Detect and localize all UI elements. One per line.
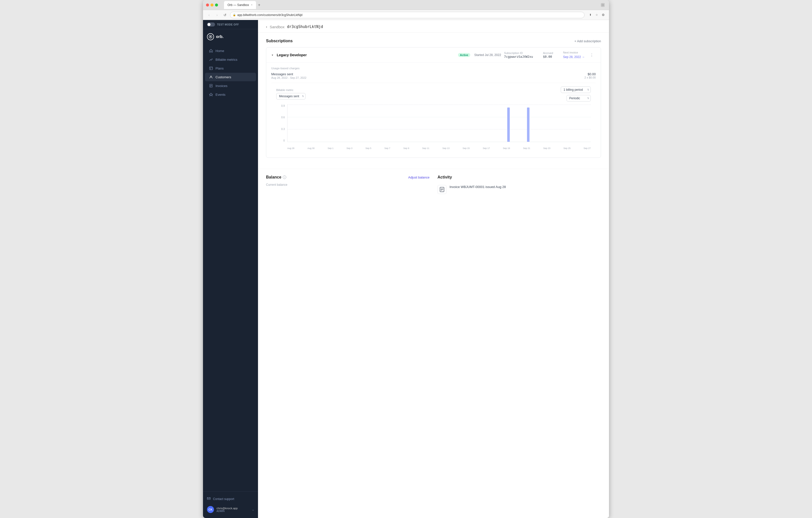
forward-button[interactable]: ›	[214, 12, 220, 18]
charge-date: Aug 28, 2022 - Sep 27, 2022	[271, 76, 307, 79]
x-axis-label: Sep 19	[503, 147, 510, 149]
subscription-id-meta: Subscription ID 7cgpwwrzSaJXW2xu	[504, 52, 533, 58]
contact-support-item[interactable]: Contact support	[205, 495, 256, 503]
chart-bar	[507, 108, 510, 142]
user-email: chris@knock.app	[216, 507, 250, 510]
minimize-traffic-light[interactable]	[210, 3, 213, 6]
add-subscription-button[interactable]: + Add subscription	[574, 39, 601, 43]
envelope-icon	[207, 497, 210, 501]
active-tab[interactable]: Orb — Sandbox ×	[224, 1, 256, 9]
back-button[interactable]: ‹	[206, 12, 212, 18]
sidebar-item-plans[interactable]: Plans	[205, 64, 256, 73]
accrued-meta: Accrued $0.00	[543, 52, 553, 58]
activity-item: Invoice WBJUMT-00001 issued Aug 28	[437, 183, 601, 196]
sidebar-item-invoices-label: Invoices	[215, 84, 228, 88]
divider	[271, 83, 596, 83]
test-mode-bar: TEST MODE OFF	[203, 20, 258, 29]
tab-close-button[interactable]: ×	[251, 3, 253, 6]
share-icon[interactable]: ⬆	[587, 12, 593, 18]
x-axis-label: Sep 17	[483, 147, 490, 149]
sidebar-item-customers[interactable]: Customers	[205, 73, 256, 81]
user-profile-row[interactable]: CK chris@knock.app ADMIN ⌄	[205, 504, 256, 515]
customers-icon	[209, 75, 213, 79]
tab-title: Orb — Sandbox	[228, 3, 249, 7]
svg-point-2	[210, 36, 211, 37]
url-bar[interactable]: 🔒 app.billwithorb.com/customers/dr3cgShu…	[230, 12, 584, 18]
period-select[interactable]: 1 billing period3 billing periods6 billi…	[561, 86, 591, 93]
view-select-wrapper: PeriodicCumulative	[567, 95, 591, 102]
chevron-down-icon: ⌄	[252, 508, 254, 511]
sidebar-item-events[interactable]: Events	[205, 90, 256, 99]
sidebar-item-invoices[interactable]: Invoices	[205, 82, 256, 90]
sidebar-item-metrics-label: Billable metrics	[215, 58, 237, 61]
metric-select-wrapper: Messages sent	[276, 93, 306, 99]
subscription-body: Usage-based charges Messages sent Aug 28…	[266, 63, 601, 157]
subscription-id-value: 7cgpwwrzSaJXW2xu	[504, 55, 533, 58]
fullscreen-traffic-light[interactable]	[215, 3, 218, 6]
user-role: ADMIN	[216, 510, 250, 513]
close-traffic-light[interactable]	[206, 3, 209, 6]
subscription-name: Legacy Developer	[277, 53, 455, 57]
accrued-label: Accrued	[543, 52, 553, 55]
subscription-meta: Subscription ID 7cgpwwrzSaJXW2xu Accrued…	[504, 51, 585, 59]
svg-rect-12	[207, 497, 210, 499]
extensions-icon[interactable]: ⚙	[601, 12, 606, 18]
metric-select[interactable]: Messages sent	[276, 93, 306, 99]
window-control[interactable]	[601, 3, 605, 7]
breadcrumb-current: dr3cgShubrLktNjd	[287, 25, 323, 29]
sidebar-item-plans-label: Plans	[215, 66, 224, 70]
sidebar-item-home[interactable]: Home	[205, 47, 256, 55]
chart-bar	[527, 108, 529, 142]
plans-icon	[209, 66, 213, 70]
x-axis-label: Sep 15	[463, 147, 470, 149]
home-icon	[209, 49, 213, 53]
avatar: CK	[207, 506, 214, 513]
accrued-value: $0.00	[543, 55, 553, 58]
new-tab-button[interactable]: +	[258, 3, 260, 7]
chart-y-axis: 0 0.3 0.6 0.9	[276, 105, 286, 142]
svg-rect-0	[602, 4, 604, 6]
subscriptions-title: Subscriptions	[266, 39, 293, 43]
view-select[interactable]: PeriodicCumulative	[567, 95, 591, 102]
chart-section: Billable metric Messages sent 1 billing …	[271, 86, 596, 153]
metrics-icon	[209, 58, 213, 61]
status-badge: Active	[458, 53, 470, 57]
balance-title-row: Balance i	[266, 175, 286, 179]
x-axis-label: Sep 9	[403, 147, 409, 149]
charge-total: $0.00	[584, 72, 596, 76]
bookmark-icon[interactable]: ☆	[594, 12, 600, 18]
sidebar: TEST MODE OFF orb. Home	[203, 20, 258, 518]
contact-support-label: Contact support	[213, 497, 234, 501]
charge-breakdown: 2 x $0.00	[584, 76, 596, 79]
chart-area	[287, 105, 591, 142]
sidebar-bottom: Contact support CK chris@knock.app ADMIN…	[203, 491, 258, 518]
grid-line-top	[288, 105, 591, 105]
y-label-2: 0.6	[276, 116, 286, 119]
sidebar-item-events-label: Events	[215, 93, 226, 96]
content-area: Subscriptions + Add subscription ▾ Legac…	[258, 33, 609, 169]
events-icon	[209, 92, 213, 96]
test-mode-toggle[interactable]	[207, 23, 215, 27]
adjust-balance-button[interactable]: Adjust balance	[408, 175, 430, 179]
sidebar-item-billable-metrics[interactable]: Billable metrics	[205, 55, 256, 64]
more-options-button[interactable]: ⋮	[588, 52, 596, 58]
browser-window: Orb — Sandbox × + ‹ › ↺ 🔒 app.billwithor…	[203, 0, 609, 518]
reload-button[interactable]: ↺	[222, 12, 228, 18]
chart-container: 0 0.3 0.6 0.9	[276, 105, 591, 149]
balance-header: Balance i Adjust balance	[266, 175, 430, 179]
collapse-button[interactable]: ▾	[271, 53, 274, 57]
toggle-knob	[207, 23, 210, 26]
svg-rect-3	[209, 67, 212, 70]
balance-info-icon[interactable]: i	[283, 175, 286, 179]
sidebar-item-home-label: Home	[215, 49, 224, 53]
next-invoice-value[interactable]: Sep 28, 2022 →	[563, 55, 585, 59]
chart-controls: Billable metric Messages sent 1 billing …	[276, 86, 591, 102]
activity-item-content: Invoice WBJUMT-00001 issued Aug 28	[450, 185, 506, 189]
activity-text: Invoice WBJUMT-00001 issued Aug 28	[450, 185, 506, 189]
x-axis-label: Sep 25	[563, 147, 571, 149]
y-label-0: 0	[276, 139, 286, 142]
app-layout: TEST MODE OFF orb. Home	[203, 20, 609, 518]
logo-text: orb.	[216, 34, 224, 39]
subscription-header: ▾ Legacy Developer Active Started Jul 28…	[266, 48, 601, 63]
back-button[interactable]: ‹	[266, 25, 267, 29]
